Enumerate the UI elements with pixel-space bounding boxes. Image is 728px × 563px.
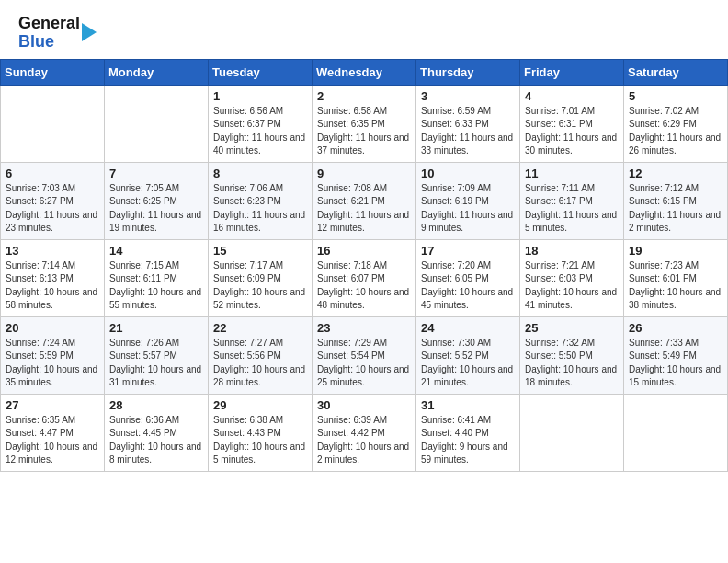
day-number: 7 [109, 167, 203, 180]
calendar-week-row: 27Sunrise: 6:35 AM Sunset: 4:47 PM Dayli… [1, 394, 728, 471]
calendar-cell: 12Sunrise: 7:12 AM Sunset: 6:15 PM Dayli… [624, 162, 728, 239]
day-info: Sunrise: 6:38 AM Sunset: 4:43 PM Dayligh… [213, 414, 307, 467]
day-number: 27 [6, 398, 99, 412]
calendar-cell: 18Sunrise: 7:21 AM Sunset: 6:03 PM Dayli… [520, 239, 624, 316]
day-info: Sunrise: 7:17 AM Sunset: 6:09 PM Dayligh… [213, 259, 307, 313]
day-info: Sunrise: 7:23 AM Sunset: 6:01 PM Dayligh… [629, 259, 722, 313]
calendar-week-row: 1Sunrise: 6:56 AM Sunset: 6:37 PM Daylig… [1, 85, 728, 162]
day-info: Sunrise: 7:24 AM Sunset: 5:59 PM Dayligh… [6, 337, 99, 390]
calendar-cell: 7Sunrise: 7:05 AM Sunset: 6:25 PM Daylig… [105, 162, 209, 239]
day-number: 3 [421, 89, 515, 103]
calendar-cell [1, 85, 105, 162]
calendar-cell: 29Sunrise: 6:38 AM Sunset: 4:43 PM Dayli… [209, 394, 313, 471]
day-info: Sunrise: 6:59 AM Sunset: 6:33 PM Dayligh… [421, 105, 515, 158]
calendar-week-row: 20Sunrise: 7:24 AM Sunset: 5:59 PM Dayli… [1, 316, 728, 394]
weekday-header-friday: Friday [520, 59, 624, 85]
weekday-header-thursday: Thursday [416, 59, 520, 85]
calendar-cell: 26Sunrise: 7:33 AM Sunset: 5:49 PM Dayli… [624, 316, 728, 394]
calendar-cell: 9Sunrise: 7:08 AM Sunset: 6:21 PM Daylig… [313, 162, 416, 239]
logo-arrow-icon [82, 23, 97, 41]
day-number: 15 [213, 244, 307, 258]
day-number: 1 [213, 89, 307, 103]
logo-general: General [18, 14, 80, 32]
weekday-header-tuesday: Tuesday [209, 59, 313, 85]
day-number: 19 [629, 244, 722, 258]
calendar-cell: 16Sunrise: 7:18 AM Sunset: 6:07 PM Dayli… [313, 239, 416, 316]
day-info: Sunrise: 6:39 AM Sunset: 4:42 PM Dayligh… [317, 414, 411, 467]
calendar-cell: 22Sunrise: 7:27 AM Sunset: 5:56 PM Dayli… [209, 316, 313, 394]
calendar-table: SundayMondayTuesdayWednesdayThursdayFrid… [0, 59, 728, 472]
day-number: 30 [317, 398, 411, 412]
weekday-header-monday: Monday [105, 59, 209, 85]
day-number: 31 [421, 398, 515, 412]
day-info: Sunrise: 6:58 AM Sunset: 6:35 PM Dayligh… [317, 105, 411, 158]
day-number: 10 [421, 167, 515, 180]
day-number: 26 [629, 321, 722, 335]
day-info: Sunrise: 7:32 AM Sunset: 5:50 PM Dayligh… [525, 337, 619, 390]
calendar-cell: 17Sunrise: 7:20 AM Sunset: 6:05 PM Dayli… [416, 239, 520, 316]
calendar-cell: 15Sunrise: 7:17 AM Sunset: 6:09 PM Dayli… [209, 239, 313, 316]
calendar-cell: 30Sunrise: 6:39 AM Sunset: 4:42 PM Dayli… [313, 394, 416, 471]
page-header: General Blue [0, 0, 728, 59]
calendar-cell: 19Sunrise: 7:23 AM Sunset: 6:01 PM Dayli… [624, 239, 728, 316]
day-info: Sunrise: 7:02 AM Sunset: 6:29 PM Dayligh… [629, 105, 722, 158]
weekday-header-row: SundayMondayTuesdayWednesdayThursdayFrid… [1, 59, 728, 85]
day-number: 9 [317, 167, 411, 180]
day-number: 28 [109, 398, 203, 412]
calendar-cell [520, 394, 624, 471]
day-number: 17 [421, 244, 515, 258]
calendar-cell: 5Sunrise: 7:02 AM Sunset: 6:29 PM Daylig… [624, 85, 728, 162]
calendar-cell: 31Sunrise: 6:41 AM Sunset: 4:40 PM Dayli… [416, 394, 520, 471]
day-number: 6 [6, 167, 99, 180]
calendar-cell: 20Sunrise: 7:24 AM Sunset: 5:59 PM Dayli… [1, 316, 105, 394]
day-info: Sunrise: 7:12 AM Sunset: 6:15 PM Dayligh… [629, 182, 722, 236]
calendar-cell: 4Sunrise: 7:01 AM Sunset: 6:31 PM Daylig… [520, 85, 624, 162]
calendar-cell: 14Sunrise: 7:15 AM Sunset: 6:11 PM Dayli… [105, 239, 209, 316]
day-number: 20 [6, 321, 99, 335]
day-info: Sunrise: 7:27 AM Sunset: 5:56 PM Dayligh… [213, 337, 307, 390]
calendar-cell [624, 394, 728, 471]
day-number: 8 [213, 167, 307, 180]
day-number: 23 [317, 321, 411, 335]
logo: General Blue [18, 15, 97, 52]
day-info: Sunrise: 7:03 AM Sunset: 6:27 PM Dayligh… [6, 182, 99, 236]
day-info: Sunrise: 7:29 AM Sunset: 5:54 PM Dayligh… [317, 337, 411, 390]
day-info: Sunrise: 7:14 AM Sunset: 6:13 PM Dayligh… [6, 259, 99, 313]
calendar-cell: 8Sunrise: 7:06 AM Sunset: 6:23 PM Daylig… [209, 162, 313, 239]
calendar-week-row: 6Sunrise: 7:03 AM Sunset: 6:27 PM Daylig… [1, 162, 728, 239]
day-info: Sunrise: 6:41 AM Sunset: 4:40 PM Dayligh… [421, 414, 515, 467]
day-info: Sunrise: 6:35 AM Sunset: 4:47 PM Dayligh… [6, 414, 99, 467]
day-info: Sunrise: 7:06 AM Sunset: 6:23 PM Dayligh… [213, 182, 307, 236]
day-number: 12 [629, 167, 722, 180]
calendar-cell: 28Sunrise: 6:36 AM Sunset: 4:45 PM Dayli… [105, 394, 209, 471]
day-info: Sunrise: 7:20 AM Sunset: 6:05 PM Dayligh… [421, 259, 515, 313]
day-info: Sunrise: 7:33 AM Sunset: 5:49 PM Dayligh… [629, 337, 722, 390]
day-info: Sunrise: 7:21 AM Sunset: 6:03 PM Dayligh… [525, 259, 619, 313]
calendar-cell: 23Sunrise: 7:29 AM Sunset: 5:54 PM Dayli… [313, 316, 416, 394]
day-number: 22 [213, 321, 307, 335]
day-info: Sunrise: 7:15 AM Sunset: 6:11 PM Dayligh… [109, 259, 203, 313]
calendar-cell [105, 85, 209, 162]
logo-blue: Blue [18, 32, 54, 51]
day-number: 4 [525, 89, 619, 103]
calendar-cell: 6Sunrise: 7:03 AM Sunset: 6:27 PM Daylig… [1, 162, 105, 239]
calendar-cell: 3Sunrise: 6:59 AM Sunset: 6:33 PM Daylig… [416, 85, 520, 162]
day-number: 14 [109, 244, 203, 258]
day-number: 18 [525, 244, 619, 258]
day-info: Sunrise: 7:01 AM Sunset: 6:31 PM Dayligh… [525, 105, 619, 158]
calendar-cell: 10Sunrise: 7:09 AM Sunset: 6:19 PM Dayli… [416, 162, 520, 239]
calendar-cell: 27Sunrise: 6:35 AM Sunset: 4:47 PM Dayli… [1, 394, 105, 471]
day-number: 21 [109, 321, 203, 335]
day-info: Sunrise: 7:18 AM Sunset: 6:07 PM Dayligh… [317, 259, 411, 313]
calendar-cell: 25Sunrise: 7:32 AM Sunset: 5:50 PM Dayli… [520, 316, 624, 394]
day-info: Sunrise: 7:08 AM Sunset: 6:21 PM Dayligh… [317, 182, 411, 236]
calendar-cell: 21Sunrise: 7:26 AM Sunset: 5:57 PM Dayli… [105, 316, 209, 394]
day-number: 24 [421, 321, 515, 335]
calendar-cell: 13Sunrise: 7:14 AM Sunset: 6:13 PM Dayli… [1, 239, 105, 316]
weekday-header-sunday: Sunday [1, 59, 105, 85]
day-number: 11 [525, 167, 619, 180]
calendar-cell: 1Sunrise: 6:56 AM Sunset: 6:37 PM Daylig… [209, 85, 313, 162]
day-number: 25 [525, 321, 619, 335]
calendar-week-row: 13Sunrise: 7:14 AM Sunset: 6:13 PM Dayli… [1, 239, 728, 316]
calendar-cell: 24Sunrise: 7:30 AM Sunset: 5:52 PM Dayli… [416, 316, 520, 394]
